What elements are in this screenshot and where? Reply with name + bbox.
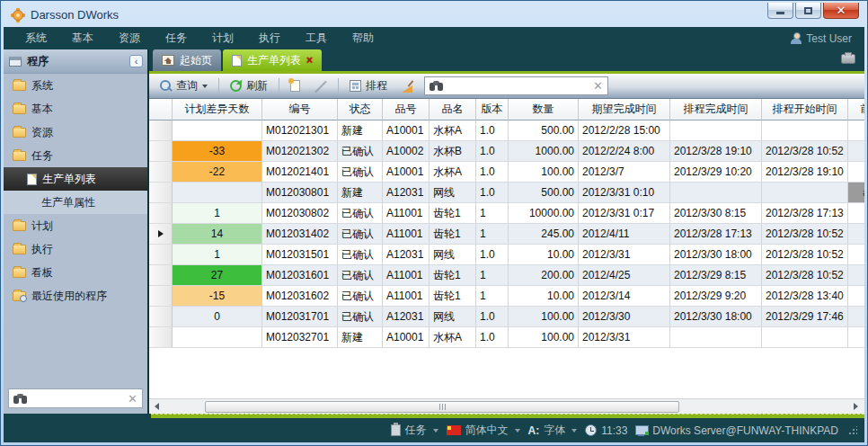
cell-extra[interactable]: #	[848, 183, 864, 203]
cell-diff-days[interactable]: 1	[173, 203, 262, 224]
cell-order-code[interactable]: M012031602	[262, 286, 338, 307]
cell-expected-finish[interactable]: 2012/2/24 8:00	[579, 141, 670, 162]
close-button[interactable]: ✕	[823, 3, 859, 19]
cell-order-code[interactable]: M012021302	[262, 141, 338, 162]
cell-order-code[interactable]: M012032701	[262, 327, 338, 348]
row-selector-cell[interactable]	[149, 224, 173, 245]
horizontal-scrollbar[interactable]	[149, 398, 864, 414]
cell-status[interactable]: 已确认	[338, 162, 383, 183]
status-task-menu[interactable]: 任务	[391, 423, 438, 438]
cell-version[interactable]: 1	[476, 203, 509, 224]
row-selector-cell[interactable]	[149, 183, 173, 203]
status-font-menu[interactable]: A: 字体	[528, 423, 578, 438]
cell-status[interactable]: 已确认	[338, 307, 383, 327]
cell-extra[interactable]	[848, 307, 864, 327]
cell-quantity[interactable]: 500.00	[509, 183, 579, 203]
new-button[interactable]	[285, 78, 306, 94]
row-selector-cell[interactable]	[149, 203, 173, 224]
status-language-menu[interactable]: 简体中文	[447, 423, 520, 438]
cell-extra[interactable]	[848, 327, 864, 348]
cell-item-name[interactable]: 网线	[430, 307, 476, 327]
table-row[interactable]: -15M012031602已确认A11001齿轮1110.002012/3/14…	[149, 286, 864, 307]
cell-sched-finish[interactable]: 2012/3/29 10:20	[670, 162, 762, 183]
user-indicator[interactable]: Test User	[791, 32, 855, 45]
cell-sched-start[interactable]: 2012/3/28 17:13	[762, 203, 848, 224]
cell-order-code[interactable]: M012031501	[262, 245, 338, 265]
cell-version[interactable]: 1.0	[476, 307, 509, 327]
scroll-right-button[interactable]	[848, 400, 863, 414]
cell-diff-days[interactable]: -22	[173, 162, 262, 183]
panel-pin-icon[interactable]	[841, 54, 855, 64]
cell-version[interactable]: 1.0	[476, 327, 509, 348]
tab-production-order-list[interactable]: 生产单列表×	[223, 49, 322, 71]
menu-item-system[interactable]: 系统	[13, 27, 59, 49]
cell-diff-days[interactable]: -15	[173, 286, 262, 307]
row-selector-cell[interactable]	[149, 327, 173, 348]
cell-sched-start[interactable]	[762, 183, 848, 203]
cell-status[interactable]: 已确认	[338, 224, 383, 245]
minimize-button[interactable]	[767, 3, 793, 19]
row-selector-cell[interactable]	[149, 162, 173, 183]
cell-sched-finish[interactable]: 2012/3/30 8:15	[670, 203, 762, 224]
cell-sched-start[interactable]: 2012/3/28 10:52	[762, 245, 848, 265]
cell-sched-finish[interactable]: 2012/3/30 18:00	[670, 307, 762, 327]
cell-quantity[interactable]: 245.00	[509, 224, 579, 245]
cell-item-no[interactable]: A12031	[383, 183, 430, 203]
cell-item-name[interactable]: 网线	[430, 183, 476, 203]
column-header-1[interactable]: 编号	[262, 99, 338, 120]
row-selector-cell[interactable]	[149, 307, 173, 327]
table-row[interactable]: M012030801新建A12031网线1.0500.002012/3/31 0…	[149, 183, 864, 203]
cell-extra[interactable]	[848, 120, 864, 141]
cell-sched-finish[interactable]	[670, 183, 762, 203]
cell-sched-start[interactable]	[762, 120, 848, 141]
cell-expected-finish[interactable]: 2012/4/25	[579, 265, 670, 286]
table-row[interactable]: -22M012021401已确认A10001水杯A1.0100.002012/3…	[149, 162, 864, 183]
menu-item-plan[interactable]: 计划	[199, 27, 246, 49]
refresh-button[interactable]: 刷新	[225, 76, 273, 95]
cell-version[interactable]: 1.0	[476, 162, 509, 183]
cell-sched-finish[interactable]: 2012/3/28 19:10	[670, 141, 762, 162]
cell-quantity[interactable]: 100.00	[509, 327, 579, 348]
cell-quantity[interactable]: 10000.00	[509, 203, 579, 224]
column-header-5[interactable]: 版本	[476, 99, 509, 120]
menu-item-execute[interactable]: 执行	[246, 27, 293, 49]
scrollbar-thumb[interactable]	[205, 401, 679, 413]
cell-sched-start[interactable]	[762, 327, 848, 348]
cell-extra[interactable]	[848, 203, 864, 224]
column-header-9[interactable]: 排程开始时间	[762, 99, 848, 120]
cell-diff-days[interactable]: -33	[173, 141, 262, 162]
cell-diff-days[interactable]: 27	[173, 265, 262, 286]
sidebar-search-input[interactable]	[31, 392, 124, 405]
sidebar-item-plan[interactable]: 计划	[4, 214, 147, 237]
cell-status[interactable]: 已确认	[338, 203, 383, 224]
cell-diff-days[interactable]: 0	[173, 307, 262, 327]
column-header-7[interactable]: 期望完成时间	[579, 99, 670, 120]
cell-item-name[interactable]: 齿轮1	[430, 286, 476, 307]
sidebar-item-resource[interactable]: 资源	[4, 120, 147, 144]
scroll-left-button[interactable]	[149, 400, 164, 414]
table-row[interactable]: 1M012031501已确认A12031网线1.010.002012/3/312…	[149, 245, 864, 265]
cell-order-code[interactable]: M012031601	[262, 265, 338, 286]
cell-item-name[interactable]: 齿轮1	[430, 265, 476, 286]
cell-item-name[interactable]: 齿轮1	[430, 203, 476, 224]
cell-extra[interactable]	[848, 286, 864, 307]
cell-status[interactable]: 已确认	[338, 286, 383, 307]
column-header-4[interactable]: 品名	[430, 99, 476, 120]
table-row[interactable]: M012021301新建A10001水杯A1.0500.002012/2/28 …	[149, 120, 864, 141]
cell-quantity[interactable]: 500.00	[509, 120, 579, 141]
cell-item-no[interactable]: A12031	[383, 245, 430, 265]
cell-item-name[interactable]: 网线	[430, 245, 476, 265]
cell-sched-finish[interactable]: 2012/3/28 17:13	[670, 224, 762, 245]
cell-extra[interactable]	[848, 245, 864, 265]
cell-diff-days[interactable]	[173, 120, 262, 141]
cell-extra[interactable]	[848, 141, 864, 162]
sidebar-collapse-button[interactable]: ‹	[129, 55, 143, 67]
cell-status[interactable]: 已确认	[338, 141, 383, 162]
row-selector-cell[interactable]	[149, 120, 173, 141]
cell-diff-days[interactable]	[173, 183, 262, 203]
cell-version[interactable]: 1	[476, 265, 509, 286]
cell-sched-finish[interactable]	[670, 120, 762, 141]
sidebar-item-task[interactable]: 任务	[4, 144, 147, 167]
cell-item-no[interactable]: A10001	[383, 120, 430, 141]
menu-item-basic[interactable]: 基本	[59, 27, 106, 49]
